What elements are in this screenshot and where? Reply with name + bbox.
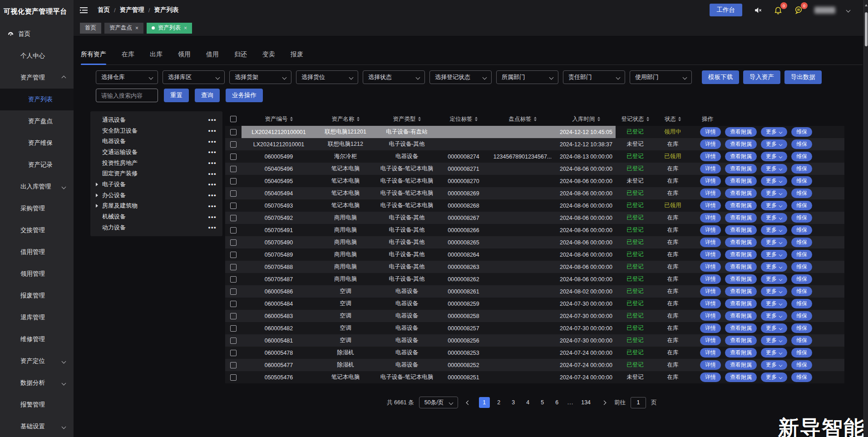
sort-icon[interactable] <box>418 117 421 122</box>
page-ellipsis[interactable]: ... <box>567 399 573 406</box>
sort-icon[interactable] <box>597 117 600 122</box>
more-button[interactable]: 更多 <box>761 336 787 345</box>
view-attachments-button[interactable]: 查看附属 <box>725 139 757 149</box>
table-row[interactable]: 050405495笔记本电脑电子设备-笔记本电脑00000082702024-0… <box>225 175 844 187</box>
search-input[interactable] <box>96 89 158 102</box>
row-checkbox[interactable] <box>230 288 237 295</box>
row-checkbox[interactable] <box>230 141 237 148</box>
page-button-6[interactable]: 6 <box>552 397 562 408</box>
row-checkbox[interactable] <box>230 154 237 160</box>
more-button[interactable]: 更多 <box>761 299 787 308</box>
row-checkbox[interactable] <box>230 264 237 270</box>
tree-item-10[interactable]: 动力设备••• <box>90 222 222 233</box>
table-row[interactable]: 050405494笔记本电脑电子设备-笔记本电脑00000082692024-0… <box>225 187 844 199</box>
sidebar-item-18[interactable]: 基础设置 <box>0 416 74 437</box>
sort-icon[interactable] <box>290 117 293 122</box>
filter-select-3[interactable]: 选择货位 <box>296 70 358 84</box>
tab-6[interactable]: 变卖 <box>262 50 275 59</box>
sort-icon[interactable] <box>475 117 478 122</box>
more-button[interactable]: 更多 <box>761 262 787 272</box>
more-actions-icon[interactable]: ••• <box>208 116 217 123</box>
workbench-button[interactable]: 工作台 <box>710 4 743 16</box>
export-data-button[interactable]: 导出数据 <box>784 70 822 84</box>
tab-2[interactable]: 出库 <box>150 50 163 59</box>
filter-select-1[interactable]: 选择库区 <box>163 70 225 84</box>
maintenance-button[interactable]: 维保 <box>791 262 812 272</box>
tab-chip-1[interactable]: 资产盘点× <box>104 23 143 34</box>
row-checkbox[interactable] <box>230 178 237 184</box>
detail-button[interactable]: 详情 <box>700 299 721 308</box>
filter-select-0[interactable]: 选择仓库 <box>96 70 158 84</box>
more-button[interactable]: 更多 <box>761 189 787 198</box>
maintenance-button[interactable]: 维保 <box>791 139 812 149</box>
row-checkbox[interactable] <box>230 239 237 246</box>
detail-button[interactable]: 详情 <box>700 274 721 284</box>
table-row[interactable]: 060005477除湿机电器设备00000082522024-07-24 00:… <box>225 359 844 371</box>
more-actions-icon[interactable]: ••• <box>208 192 217 199</box>
close-icon[interactable]: × <box>135 25 138 31</box>
sort-icon[interactable] <box>534 117 537 122</box>
view-attachments-button[interactable]: 查看附属 <box>725 127 757 137</box>
tree-item-1[interactable]: 安全防卫设备••• <box>90 125 222 136</box>
more-button[interactable]: 更多 <box>761 311 787 321</box>
table-row[interactable]: LX20241212010001联想电脑1212电子设备-其他2024-12-1… <box>225 138 844 150</box>
maintenance-button[interactable]: 维保 <box>791 299 812 308</box>
menu-collapse-icon[interactable] <box>80 7 88 14</box>
row-checkbox[interactable] <box>230 227 237 233</box>
maintenance-button[interactable]: 维保 <box>791 164 812 174</box>
row-checkbox[interactable] <box>230 362 237 368</box>
detail-button[interactable]: 详情 <box>700 225 721 235</box>
view-attachments-button[interactable]: 查看附属 <box>725 372 757 382</box>
bell-icon[interactable]: 0 <box>774 5 783 15</box>
table-row[interactable]: 060005484空调电器设备00000082592024-07-30 00:0… <box>225 298 844 310</box>
more-button[interactable]: 更多 <box>761 152 787 161</box>
sidebar-item-1[interactable]: 个人中心 <box>0 45 74 67</box>
tab-1[interactable]: 在库 <box>122 50 134 59</box>
detail-button[interactable]: 详情 <box>700 250 721 259</box>
maintenance-button[interactable]: 维保 <box>791 189 812 198</box>
maintenance-button[interactable]: 维保 <box>791 348 812 358</box>
breadcrumb-item-1[interactable]: 资产管理 <box>120 6 144 14</box>
tab-0[interactable]: 所有资产 <box>81 50 106 59</box>
more-actions-icon[interactable]: ••• <box>208 214 217 220</box>
table-row[interactable]: 050505476笔记本电脑电子设备-笔记本电脑00000082512024-0… <box>225 371 844 383</box>
maintenance-button[interactable]: 维保 <box>791 274 812 284</box>
tree-item-6[interactable]: 电子设备••• <box>90 179 222 190</box>
table-row[interactable]: 050705491商用电脑电子设备-其他00000082662024-08-06… <box>225 224 844 236</box>
sidebar-item-3[interactable]: 资产列表 <box>0 89 74 110</box>
row-checkbox[interactable] <box>230 190 237 197</box>
view-attachments-button[interactable]: 查看附属 <box>725 360 757 370</box>
maintenance-button[interactable]: 维保 <box>791 250 812 259</box>
query-button[interactable]: 查询 <box>195 89 220 102</box>
sidebar-item-0[interactable]: 首页 <box>0 23 74 45</box>
more-actions-icon[interactable]: ••• <box>208 203 217 209</box>
sidebar-item-2[interactable]: 资产管理 <box>0 67 74 89</box>
sidebar-item-13[interactable]: 退库管理 <box>0 307 74 328</box>
detail-button[interactable]: 详情 <box>700 213 721 223</box>
mute-icon[interactable] <box>754 6 762 15</box>
maintenance-button[interactable]: 维保 <box>791 360 812 370</box>
table-row[interactable]: 060005478除湿机电器设备00000082532024-07-24 00:… <box>225 347 844 359</box>
view-attachments-button[interactable]: 查看附属 <box>725 262 757 272</box>
sidebar-item-7[interactable]: 出入库管理 <box>0 176 74 198</box>
more-actions-icon[interactable]: ••• <box>208 181 217 188</box>
maintenance-button[interactable]: 维保 <box>791 225 812 235</box>
maintenance-button[interactable]: 维保 <box>791 213 812 223</box>
row-checkbox[interactable] <box>230 325 237 332</box>
maintenance-button[interactable]: 维保 <box>791 372 812 382</box>
prev-page-button[interactable] <box>463 397 474 408</box>
table-row[interactable]: 060005486空调电器设备00000082612024-08-02 00:0… <box>225 285 844 298</box>
detail-button[interactable]: 详情 <box>700 201 721 210</box>
filter-select-5[interactable]: 选择登记状态 <box>429 70 492 84</box>
more-button[interactable]: 更多 <box>761 164 787 174</box>
username-redacted[interactable] <box>814 7 835 14</box>
filter-select-6[interactable]: 所属部门 <box>496 70 558 84</box>
expand-caret-icon[interactable] <box>96 183 98 186</box>
view-attachments-button[interactable]: 查看附属 <box>725 189 757 198</box>
page-button-last[interactable]: 134 <box>578 397 593 408</box>
page-button-4[interactable]: 4 <box>523 397 533 408</box>
table-row[interactable]: 060005499海尔冷柜电器设备00000082741234567890123… <box>225 150 844 163</box>
tab-5[interactable]: 归还 <box>234 50 247 59</box>
detail-button[interactable]: 详情 <box>700 372 721 382</box>
view-attachments-button[interactable]: 查看附属 <box>725 250 757 259</box>
